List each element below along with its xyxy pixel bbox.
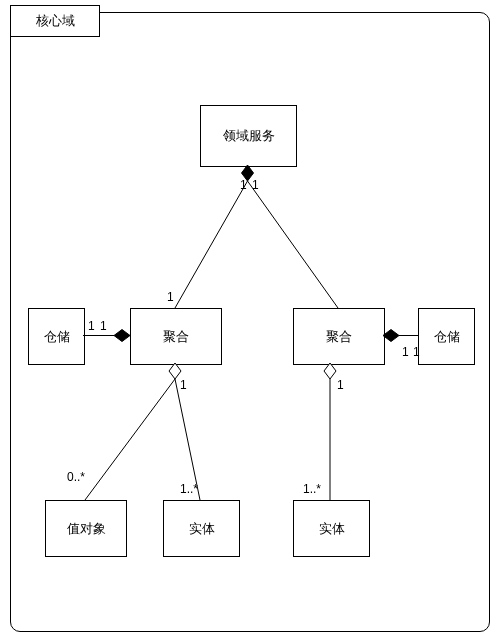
box-aggregate-left: 聚合 <box>130 308 222 365</box>
mult-repoR-left: 1 <box>402 345 409 359</box>
mult-aggL-top: 1 <box>167 290 174 304</box>
mult-ds-top-left: 1 <box>240 178 247 192</box>
box-domain-service: 领域服务 <box>200 105 297 167</box>
box-value-object: 值对象 <box>45 500 127 557</box>
mult-aggL-left: 1 <box>100 319 107 333</box>
diagram-canvas: 核心域 领域服务 聚合 聚合 仓储 仓储 值对象 实体 实体 <box>0 0 500 641</box>
mult-repoL-right: 1 <box>88 319 95 333</box>
box-aggregate-right: 聚合 <box>293 308 385 365</box>
box-entity-right: 实体 <box>293 500 370 557</box>
mult-ds-top-right: 1 <box>252 178 259 192</box>
box-repository-left: 仓储 <box>28 308 85 365</box>
frame-title: 核心域 <box>10 5 100 37</box>
box-repository-right: 仓储 <box>418 308 475 365</box>
mult-entity-right: 1..* <box>303 482 321 496</box>
mult-entity-left: 1..* <box>180 482 198 496</box>
mult-valueobject: 0..* <box>67 470 85 484</box>
mult-aggR-bottom: 1 <box>337 378 344 392</box>
mult-aggL-bottom: 1 <box>180 378 187 392</box>
box-entity-left: 实体 <box>163 500 240 557</box>
mult-aggR-right: 1 <box>413 345 420 359</box>
